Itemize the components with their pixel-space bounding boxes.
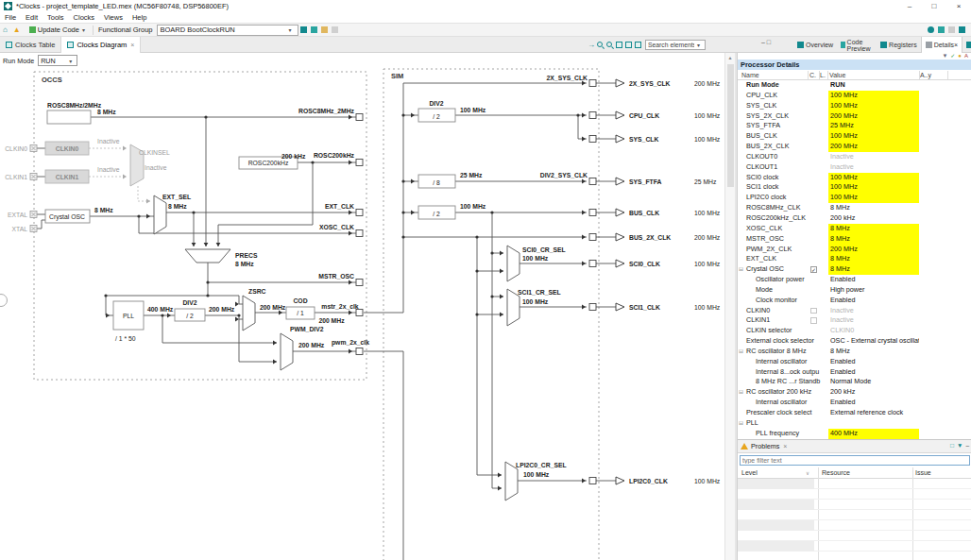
details-row[interactable]: ModeHigh power: [738, 285, 971, 296]
setting-value[interactable]: 200 kHz: [828, 387, 919, 398]
accuracy-icon[interactable]: A: [964, 53, 968, 59]
setting-value[interactable]: Normal Mode: [828, 377, 919, 387]
minimize-pane-icon[interactable]: –: [761, 39, 765, 45]
layers-icon[interactable]: [635, 42, 641, 48]
setting-value[interactable]: 200 MHz: [828, 111, 919, 122]
details-row[interactable]: CPU_CLK100 MHz: [738, 91, 971, 101]
menu-item-file[interactable]: File: [0, 13, 21, 22]
setting-value[interactable]: 25 MHz: [828, 121, 919, 131]
port-sys_clk[interactable]: [589, 136, 596, 143]
details-row[interactable]: XOSC_CLK8 MHz: [738, 224, 971, 234]
port-sci0_clk[interactable]: [589, 261, 596, 267]
details-row[interactable]: PLL frequency400 MHz: [738, 429, 971, 439]
minimize-problems-icon[interactable]: –: [965, 442, 969, 449]
setting-value[interactable]: Enabled: [828, 367, 919, 378]
config-icon[interactable]: [959, 26, 965, 33]
close-tab-icon[interactable]: ×: [954, 42, 958, 48]
details-row[interactable]: Prescaler clock selectExternal reference…: [738, 408, 971, 418]
checkbox[interactable]: [810, 317, 817, 324]
setting-value[interactable]: 400 MHz: [828, 429, 919, 439]
details-row[interactable]: MSTR_OSC8 MHz: [738, 234, 971, 245]
details-row[interactable]: ⊟RC oscillator 8 MHz8 MHz: [738, 347, 971, 357]
details-row[interactable]: PWM_2X_CLK200 MHz: [738, 245, 971, 255]
details-row[interactable]: CLKIN0Inactive: [738, 306, 971, 316]
port-ext-clk[interactable]: [356, 210, 363, 216]
setting-value[interactable]: External reference clock: [828, 408, 919, 418]
run-mode-select[interactable]: RUN ▾: [38, 55, 77, 66]
warning-icon[interactable]: ▲: [13, 24, 21, 36]
details-row[interactable]: CLKIN selectorCLKIN0: [738, 326, 971, 336]
details-row[interactable]: External clock selectorOSC - External cr…: [738, 336, 971, 347]
update-code-icon[interactable]: [29, 26, 36, 33]
perspective-icon[interactable]: [938, 26, 945, 33]
search-input[interactable]: Search elements in th ▾: [645, 40, 706, 50]
problems-tab[interactable]: Problems: [751, 442, 779, 450]
setting-value[interactable]: OSC - External crystal oscillator: [828, 336, 919, 347]
problems-close-icon[interactable]: ×: [783, 443, 787, 450]
menu-item-tools[interactable]: Tools: [43, 13, 69, 22]
setting-value[interactable]: 100 MHz: [828, 182, 919, 193]
port-sys_ftfa[interactable]: [589, 178, 596, 185]
details-row[interactable]: BUS_CLK100 MHz: [738, 131, 971, 142]
expander-icon[interactable]: ⊟: [739, 387, 743, 398]
port-sci1_clk[interactable]: [589, 304, 596, 311]
setting-value[interactable]: 100 MHz: [828, 193, 919, 203]
mux-zsrc[interactable]: [243, 296, 255, 331]
update-code-button[interactable]: Update Code: [38, 25, 79, 34]
expand-view-icon[interactable]: [625, 42, 632, 48]
mux-ext-sel[interactable]: [154, 195, 166, 234]
maximize-button[interactable]: □: [922, 0, 946, 12]
export-icon[interactable]: [311, 26, 317, 33]
flag-icon[interactable]: [300, 26, 307, 33]
column-header-ay[interactable]: A..y: [920, 70, 931, 80]
zoom-out-icon[interactable]: [606, 42, 612, 47]
details-row[interactable]: CLKOUT0Inactive: [738, 152, 971, 162]
checkbox[interactable]: [810, 308, 817, 314]
status-dot-icon[interactable]: [928, 26, 934, 33]
setting-value[interactable]: Enabled: [828, 275, 919, 285]
tools-icon[interactable]: [948, 26, 955, 33]
expander-icon[interactable]: ⊟: [739, 347, 743, 357]
problems-column-issue[interactable]: Issue: [915, 467, 931, 479]
details-row[interactable]: ⊟Crystal OSC✓8 MHz: [738, 264, 971, 275]
expander-icon[interactable]: ⊟: [739, 418, 743, 429]
problems-filter-input[interactable]: [740, 455, 970, 466]
setting-value[interactable]: 100 MHz: [828, 101, 919, 111]
setting-value[interactable]: High power: [828, 285, 919, 296]
setting-value[interactable]: 200 kHz: [828, 213, 919, 224]
setting-value[interactable]: 200 MHz: [828, 245, 919, 255]
view-tab-overview[interactable]: Overview: [793, 37, 837, 53]
block-rosc8mhz[interactable]: [47, 110, 91, 124]
pan-origin-handle[interactable]: [0, 295, 8, 307]
setting-value[interactable]: 8 MHz: [828, 347, 919, 357]
setting-value[interactable]: CLKIN0: [828, 326, 919, 336]
maximize-pane-icon[interactable]: □: [767, 39, 771, 45]
expander-icon[interactable]: ⊟: [739, 264, 743, 275]
setting-value[interactable]: 8 MHz: [828, 224, 919, 234]
close-button[interactable]: ×: [946, 0, 971, 12]
port-pwm-2x-clk[interactable]: [356, 348, 363, 355]
details-row[interactable]: ROSC200kHz_CLK200 kHz: [738, 213, 971, 224]
details-row[interactable]: SCI0 clock100 MHz: [738, 173, 971, 183]
tab-clocks-table[interactable]: Clocks Table: [0, 37, 61, 53]
port-lpi2c0_clk[interactable]: [589, 478, 596, 484]
details-row[interactable]: Clock monitorEnabled: [738, 296, 971, 306]
tab-clocks-diagram[interactable]: Clocks Diagram×: [61, 37, 141, 53]
mux-sci0-cr-sel[interactable]: [507, 246, 520, 281]
column-header-name[interactable]: Name: [741, 70, 759, 80]
details-row[interactable]: SYS_2X_CLK200 MHz: [738, 111, 971, 122]
column-header-c[interactable]: C.: [809, 70, 816, 80]
details-row[interactable]: SCI1 clock100 MHz: [738, 182, 971, 193]
scrollbar-thumb[interactable]: [727, 64, 734, 187]
details-row[interactable]: EXT_CLK8 MHz: [738, 254, 971, 264]
setting-value[interactable]: Enabled: [828, 398, 919, 408]
clocks-diagram-canvas[interactable]: OCCSSIMROSC8MHz/2MHz8 MHzCLKIN0CLKIN1Ina…: [0, 53, 725, 560]
undo-icon[interactable]: [321, 26, 328, 33]
port-xosc-clk[interactable]: [356, 230, 363, 237]
menu-item-help[interactable]: Help: [128, 13, 151, 22]
setting-value[interactable]: Enabled: [828, 296, 919, 306]
column-header-l[interactable]: L.: [820, 70, 826, 80]
details-row[interactable]: BUS_2X_CLK200 MHz: [738, 142, 971, 152]
details-row[interactable]: CLKOUT1Inactive: [738, 162, 971, 173]
details-row[interactable]: Internal 8...ock outpuEnabled: [738, 367, 971, 378]
